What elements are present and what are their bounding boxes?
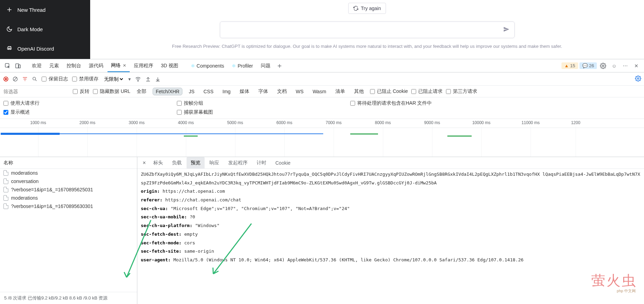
tick: 10000 ms [472,120,491,125]
file-icon [3,179,8,184]
download-icon[interactable] [155,76,161,82]
dtab-response[interactable]: 响应 [205,157,223,168]
close-icon[interactable]: ✕ [123,63,126,68]
refresh-icon [353,6,358,11]
group-by-frame-checkbox[interactable]: 按帧分组 [177,100,350,106]
preview-text: Free Research Preview: ChatGPT is optimi… [172,44,562,49]
svg-point-6 [138,81,138,81]
type-ws[interactable]: WS [293,88,307,95]
detail-panel: × 标头 负载 预览 响应 发起程序 计时 Cookie ZU6ZbfXay0i… [137,157,644,304]
tab-components[interactable]: ⚛Components [187,59,227,72]
disable-cache-checkbox[interactable]: 禁用缓存 [72,76,98,82]
type-manifest[interactable]: 清单 [333,88,348,95]
tab-3dview[interactable]: 3D 视图 [157,59,182,72]
filter-input[interactable] [3,89,69,94]
include-har-checkbox[interactable]: 将待处理的请求包含在HAR 文件中 [350,100,432,106]
tab-network[interactable]: 网络✕ [108,59,130,72]
detail-tabs: × 标头 负载 预览 响应 发起程序 计时 Cookie [137,157,644,169]
close-detail-icon[interactable]: × [140,160,148,166]
dtab-payload[interactable]: 负载 [168,157,186,168]
large-rows-checkbox[interactable]: 使用大请求行 [3,100,177,106]
file-icon [3,195,8,201]
dtab-headers[interactable]: 标头 [149,157,167,168]
feedback-icon[interactable]: ☺ [609,61,619,71]
network-toolbar: 保留日志 禁用缓存 无限制 ▾ [0,72,644,86]
type-css[interactable]: CSS [201,88,216,95]
watermark-sub: php 中文网 [617,288,636,294]
type-all[interactable]: 全部 [134,88,149,95]
search-icon[interactable] [32,76,37,82]
try-again-button[interactable]: Try again [348,3,386,14]
info-badge[interactable]: 💬26 [579,62,597,69]
warnings-badge[interactable]: ▲15 [561,62,578,69]
tick: 3000 ms [129,120,145,125]
timeline-bar [60,133,323,134]
plus-icon [6,7,12,13]
show-overview-checkbox[interactable]: 显示概述 [3,109,177,115]
new-thread-button[interactable]: New Thread [0,0,90,19]
header-sec-fetch-mode: sec-fetch-mode: cors [141,239,641,247]
timeline-overview[interactable]: 1000 ms 2000 ms 3000 ms 4000 ms 5000 ms … [0,119,644,157]
hide-data-checkbox[interactable]: 隐藏数据 URL [93,88,130,95]
add-tab-icon[interactable]: ＋ [275,61,284,71]
third-party-checkbox[interactable]: 第三方请求 [446,88,477,95]
request-row[interactable]: ?verbose=1&ip=1&_=1670895630301 [0,202,137,210]
tab-sources[interactable]: 源代码 [85,59,107,72]
type-other[interactable]: 其他 [351,88,367,95]
tab-welcome[interactable]: 欢迎 [28,59,45,72]
request-list-header[interactable]: 名称 [0,157,137,169]
tick: 8000 ms [375,120,391,125]
type-media[interactable]: 媒体 [237,88,252,95]
timeline-bar [1,133,60,135]
detail-body[interactable]: ZU6ZbfXay0iQy6M_NJqLyAFIbLrJiyNKxQtfEwXV… [137,169,644,304]
request-list: 名称 moderations conversation ?verbose=1&i… [0,157,137,304]
network-settings-icon[interactable] [635,75,641,82]
dtab-initiator[interactable]: 发起程序 [224,157,252,168]
more-icon[interactable]: ⋯ [620,61,630,71]
blocked-requests-checkbox[interactable]: 已阻止请求 [411,88,443,95]
dtab-cookies[interactable]: Cookie [271,157,295,168]
type-img[interactable]: Img [220,88,233,95]
tab-elements[interactable]: 元素 [46,59,62,72]
settings-icon[interactable] [598,61,608,71]
svg-point-3 [602,65,604,67]
record-icon[interactable] [3,77,8,81]
discord-button[interactable]: OpenAI Discord [0,39,90,58]
send-icon[interactable] [503,26,509,34]
request-row[interactable]: moderations [0,194,137,202]
filter-icon[interactable] [22,76,28,82]
file-icon [3,187,8,192]
header-user-agent: user-agent: Mozilla/5.0 (Windows NT 10.0… [141,256,641,264]
type-js[interactable]: JS [186,88,197,95]
tab-issues[interactable]: 问题 [257,59,274,72]
dark-mode-button[interactable]: Dark Mode [0,19,90,39]
type-doc[interactable]: 文档 [274,88,290,95]
invert-checkbox[interactable]: 反转 [73,88,89,95]
request-row[interactable]: conversation [0,177,137,185]
wifi-icon[interactable] [135,76,141,82]
clear-icon[interactable] [12,76,18,82]
inspect-icon[interactable] [3,61,12,71]
upload-icon[interactable] [145,76,151,82]
blocked-cookies-checkbox[interactable]: 已阻止 Cookie [370,88,408,95]
preserve-log-checkbox[interactable]: 保留日志 [42,76,68,82]
moon-icon [6,26,12,32]
dtab-timing[interactable]: 计时 [252,157,271,168]
type-wasm[interactable]: Wasm [310,88,329,95]
dtab-preview[interactable]: 预览 [187,157,205,168]
type-fetch-xhr[interactable]: Fetch/XHR [153,88,182,95]
screenshots-checkbox[interactable]: 捕获屏幕截图 [177,109,350,115]
close-devtools-icon[interactable]: ✕ [632,61,641,71]
request-row[interactable]: ?verbose=1&ip=1&_=1670895625031 [0,185,137,194]
new-thread-label: New Thread [17,7,45,13]
tab-profiler[interactable]: ⚛Profiler [228,59,256,72]
throttling-select[interactable]: 无限制 [103,76,124,82]
chat-input[interactable] [220,21,515,38]
tab-console[interactable]: 控制台 [63,59,85,72]
request-row[interactable]: moderations [0,169,137,177]
chat-area: Try again Free Research Preview: ChatGPT… [90,0,644,59]
tick: 9000 ms [424,120,440,125]
type-font[interactable]: 字体 [256,88,271,95]
device-icon[interactable] [13,61,23,71]
tab-application[interactable]: 应用程序 [130,59,157,72]
